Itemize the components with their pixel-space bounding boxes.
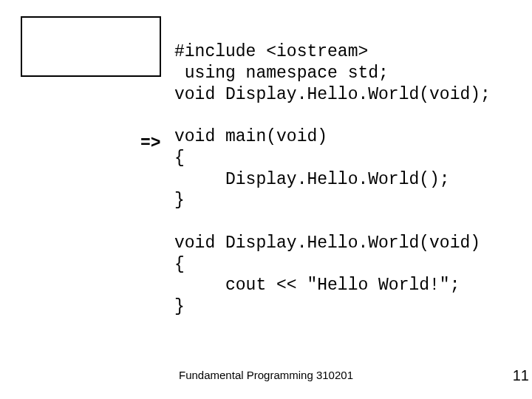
code-line: void main(void) (174, 127, 327, 146)
code-line: using namespace std; (174, 64, 389, 83)
code-line: } (174, 191, 185, 210)
code-line: } (174, 297, 185, 316)
code-line: void Display.Hello.World(void) (174, 233, 480, 253)
code-line: Display.Hello.World(); (174, 170, 450, 189)
code-block: #include <iostream> using namespace std;… (174, 41, 491, 318)
slide: => #include <iostream> using namespace s… (0, 0, 532, 399)
code-line: void Display.Hello.World(void); (174, 85, 491, 104)
code-line: { (174, 149, 185, 168)
code-line: #include <iostream> (174, 42, 368, 61)
page-number: 11 (513, 367, 529, 384)
arrow-marker: => (140, 134, 161, 153)
footer-text: Fundamental Programming 310201 (0, 369, 532, 381)
code-line: cout << "Hello World!"; (174, 276, 460, 295)
code-line: { (174, 255, 185, 274)
empty-box (21, 16, 161, 77)
